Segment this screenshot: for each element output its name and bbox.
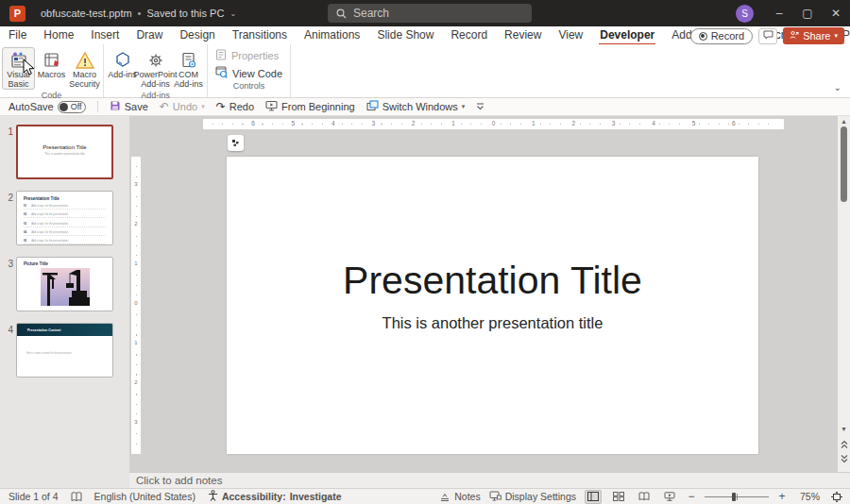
customize-qat-button[interactable] [476, 101, 484, 112]
zoom-out-button[interactable]: − [687, 490, 696, 503]
tab-review[interactable]: Review [496, 26, 550, 44]
zoom-slider-thumb[interactable] [732, 493, 736, 501]
display-settings-button[interactable]: Display Settings [489, 491, 576, 503]
minimize-button[interactable]: – [765, 0, 793, 26]
save-button[interactable]: Save [110, 100, 148, 113]
slide-number: 3 [0, 257, 13, 311]
tab-record[interactable]: Record [442, 26, 496, 44]
canvas-object-icon[interactable] [228, 135, 244, 151]
macro-security-button[interactable]: Macro Security [68, 47, 101, 90]
scrollbar-thumb[interactable] [841, 126, 847, 202]
from-beginning-button[interactable]: From Beginning [265, 100, 355, 113]
tab-view[interactable]: View [550, 26, 591, 44]
search-icon [336, 8, 347, 19]
zoom-level[interactable]: 75% [795, 491, 820, 502]
slide-subtitle-text[interactable]: This is another presentation title [382, 314, 604, 332]
visual-basic-button[interactable]: Visual Basic [2, 47, 35, 90]
slide-thumbnail-3[interactable]: 3 Picture Title [0, 257, 129, 311]
ruler-number: 1 [131, 340, 141, 345]
com-add-ins-icon [179, 50, 198, 71]
powerpoint-window: P obfuscate-test.pptm • Saved to this PC… [0, 0, 850, 504]
notes-toggle-button[interactable]: Notes [439, 491, 480, 503]
autosave-state: Off [71, 102, 82, 111]
thumbnail-preview[interactable]: Presentation Content Here is some conten… [16, 323, 113, 378]
status-bar: Slide 1 of 4 English (United States) Acc… [0, 488, 850, 504]
item-text: Add a topic for the presentation [31, 230, 68, 234]
zoom-slider[interactable] [705, 490, 769, 504]
slide-editor[interactable]: Presentation Title This is another prese… [227, 157, 758, 454]
scroll-down-icon[interactable]: ▼ [838, 426, 850, 432]
slide-number: 2 [0, 191, 13, 245]
slide-thumbnail-2[interactable]: 2 Presentation Title 01Add a topic for t… [0, 191, 129, 245]
macros-icon [42, 50, 61, 71]
vertical-scrollbar[interactable]: ▲ ▼ [838, 116, 850, 472]
language-indicator[interactable]: English (United States) [94, 491, 196, 502]
saved-status: Saved to this PC [146, 8, 224, 19]
spell-check-button[interactable] [71, 492, 82, 502]
slide-title-text[interactable]: Presentation Title [343, 259, 642, 303]
thumbnail-preview[interactable]: Presentation Title This is another prese… [16, 125, 113, 179]
thumb-title: Presentation Title [24, 196, 106, 201]
thumb-title: Presentation Title [42, 144, 86, 150]
ruler-number: 4 [649, 120, 658, 126]
slide-thumbnail-4[interactable]: 4 Presentation Content Here is some cont… [0, 323, 129, 378]
properties-button: Properties [215, 49, 282, 62]
tab-file[interactable]: File [0, 26, 35, 44]
previous-slide-button[interactable] [839, 438, 849, 450]
com-add-ins-button[interactable]: COM Add-ins [172, 47, 205, 90]
redo-button[interactable]: ↷ Redo [216, 100, 254, 113]
fit-to-window-button[interactable] [828, 490, 845, 504]
autosave-toggle-switch[interactable]: Off [58, 101, 86, 113]
maximize-button[interactable]: ▢ [793, 0, 822, 26]
switch-windows-button[interactable]: Switch Windows ▾ [366, 100, 466, 113]
tab-design[interactable]: Design [171, 26, 223, 44]
thumbnail-preview[interactable]: Presentation Title 01Add a topic for the… [16, 191, 113, 245]
next-slide-button[interactable] [839, 452, 849, 464]
record-button[interactable]: Record [690, 28, 753, 44]
chevron-down-icon: ▾ [201, 103, 205, 110]
tab-developer[interactable]: Developer [591, 26, 663, 44]
save-icon [110, 100, 121, 113]
notes-placeholder[interactable]: Click to add notes [136, 475, 222, 486]
tab-animations[interactable]: Animations [296, 26, 368, 44]
comments-button[interactable] [758, 28, 777, 44]
notes-pane[interactable]: Click to add notes [129, 472, 850, 488]
tab-insert[interactable]: Insert [82, 26, 128, 44]
slide-sorter-view-button[interactable] [610, 490, 627, 504]
collapse-ribbon-chevron-icon[interactable]: ⌄ [834, 82, 842, 92]
share-icon [790, 30, 799, 42]
accessibility-status[interactable]: Accessibility: Investigate [208, 490, 342, 503]
document-title[interactable]: obfuscate-test.pptm • Saved to this PC ⌄ [41, 8, 236, 19]
normal-view-button[interactable] [585, 490, 602, 504]
share-button[interactable]: Share ▾ [783, 27, 844, 44]
ruler-number: 4 [329, 120, 338, 126]
comment-icon [763, 29, 774, 42]
record-icon [699, 32, 707, 41]
accessibility-icon [208, 490, 218, 503]
zoom-in-button[interactable]: + [777, 490, 787, 503]
autosave-toggle[interactable]: AutoSave Off [8, 101, 86, 113]
tab-slide-show[interactable]: Slide Show [368, 26, 442, 44]
filename: obfuscate-test.pptm [41, 8, 132, 19]
avatar[interactable]: S [736, 5, 754, 23]
powerpoint-add-ins-button[interactable]: PowerPoint Add-ins [139, 47, 172, 90]
slide-thumbnail-1[interactable]: 1 Presentation Title This is another pre… [0, 125, 129, 179]
item-text: Add a topic for the presentation [31, 212, 68, 216]
thumbnail-preview[interactable]: Picture Title [16, 257, 113, 311]
ruler-number: 2 [569, 120, 578, 126]
reading-view-button[interactable] [636, 490, 653, 504]
undo-icon: ↶ [160, 100, 169, 113]
tab-home[interactable]: Home [35, 26, 82, 44]
scroll-up-icon[interactable]: ▲ [838, 118, 850, 125]
gear-icon [146, 50, 165, 71]
slideshow-view-button[interactable] [661, 490, 678, 504]
search-input[interactable]: Search [328, 4, 532, 23]
close-button[interactable]: ✕ [822, 0, 850, 26]
ruler-number: 0 [131, 300, 141, 306]
thumb-title: Presentation Content [27, 328, 60, 332]
ruler-number: 6 [248, 120, 258, 126]
tab-draw[interactable]: Draw [128, 26, 171, 44]
view-code-button[interactable]: View Code [215, 66, 282, 80]
tab-transitions[interactable]: Transitions [224, 26, 296, 44]
macros-button[interactable]: Macros [35, 47, 68, 81]
